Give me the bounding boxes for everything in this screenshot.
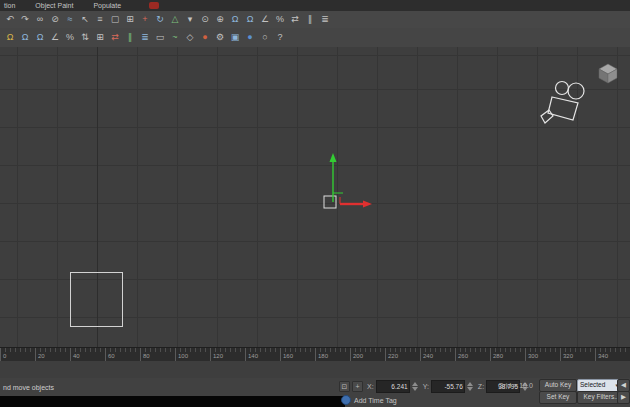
reference-coordinate-dropdown-icon[interactable]: ▾ xyxy=(183,13,197,27)
redo-icon[interactable]: ↷ xyxy=(18,13,32,27)
y-coordinate-input[interactable]: -55.76 xyxy=(431,380,465,393)
timeline-frame-label: 40 xyxy=(70,348,105,362)
x-coordinate-label: X: xyxy=(367,383,374,390)
3dsmax-window: tion Object Paint Populate ↶↷∞⊘≈↖≡▢⊞+↻△▾… xyxy=(0,0,630,407)
rendered-frame-window-icon[interactable]: ▣ xyxy=(228,31,242,45)
timeline-frame-label: 140 xyxy=(245,348,280,362)
timeline-frame-label: 260 xyxy=(455,348,490,362)
main-toolbar: ↶↷∞⊘≈↖≡▢⊞+↻△▾⊙⊕ΩΩ∠%⇄∥≣ xyxy=(0,11,630,29)
y-axis-arrow[interactable] xyxy=(330,153,344,202)
snap-magnet-25d-icon[interactable]: Ω xyxy=(18,31,32,45)
workspace-badge-icon[interactable] xyxy=(149,2,159,9)
render-production-icon[interactable]: ● xyxy=(243,31,257,45)
grid-size-label: Grid = 10.0 xyxy=(498,382,533,389)
status-bar: nd move objects ⊡ + X: 6.241 Y: -55.76 Z… xyxy=(0,378,630,407)
angle-snap-toggle-icon[interactable]: ∠ xyxy=(258,13,272,27)
timeline-frame-label: 280 xyxy=(490,348,525,362)
selection-lock-icon[interactable]: ⊡ xyxy=(339,381,350,392)
menu-item-animation[interactable]: tion xyxy=(2,2,17,9)
mirror-tool-icon[interactable]: ⇄ xyxy=(108,31,122,45)
maxscript-mini-listener[interactable] xyxy=(0,396,345,407)
snap-magnet-2d-icon[interactable]: Ω xyxy=(3,31,17,45)
rectangle-shape[interactable] xyxy=(70,272,123,327)
menu-bar: tion Object Paint Populate xyxy=(0,0,630,11)
time-slider-ruler[interactable]: 0204060801001201401601802002202402602803… xyxy=(0,347,630,362)
bind-to-space-warp-icon[interactable]: ≈ xyxy=(63,13,77,27)
align-tool-icon[interactable]: ∥ xyxy=(123,31,137,45)
select-and-rotate-icon[interactable]: ↻ xyxy=(153,13,167,27)
key-selection-value: Selected xyxy=(580,382,605,389)
material-editor-icon[interactable]: ● xyxy=(198,31,212,45)
snap-magnet-3d-icon[interactable]: Ω xyxy=(33,31,47,45)
x-coordinate-input[interactable]: 6.241 xyxy=(376,380,410,393)
timeline-frame-label: 180 xyxy=(315,348,350,362)
timeline-frame-label: 100 xyxy=(175,348,210,362)
camera-lens xyxy=(541,110,553,123)
percent-snap-icon[interactable]: % xyxy=(63,31,77,45)
spinner-snap-icon[interactable]: ⇅ xyxy=(78,31,92,45)
x-spinner[interactable] xyxy=(412,382,418,391)
select-and-link-icon[interactable]: ∞ xyxy=(33,13,47,27)
select-and-move-icon[interactable]: + xyxy=(138,13,152,27)
timeline-frame-label: 220 xyxy=(385,348,420,362)
set-key-button[interactable]: Set Key xyxy=(539,391,577,404)
undo-icon[interactable]: ↶ xyxy=(3,13,17,27)
ribbon-toggle-icon[interactable]: ▭ xyxy=(153,31,167,45)
gizmo-center-square[interactable] xyxy=(324,196,336,208)
y-spinner[interactable] xyxy=(467,382,473,391)
schematic-view-icon[interactable]: ◇ xyxy=(183,31,197,45)
menu-item-populate[interactable]: Populate xyxy=(91,2,123,9)
render-iterative-icon[interactable]: ○ xyxy=(258,31,272,45)
timeline-frame-label: 0 xyxy=(0,348,35,362)
transform-gizmo[interactable] xyxy=(310,152,390,212)
curve-editor-icon[interactable]: ~ xyxy=(168,31,182,45)
use-pivot-point-icon[interactable]: ⊙ xyxy=(198,13,212,27)
timeline-frame-label: 320 xyxy=(560,348,595,362)
z-coordinate-label: Z: xyxy=(478,383,484,390)
status-prompt: nd move objects xyxy=(0,378,339,396)
absolute-mode-icon[interactable]: + xyxy=(352,381,363,392)
snap-toggle-3d-icon[interactable]: Ω xyxy=(243,13,257,27)
angle-snap-icon[interactable]: ∠ xyxy=(48,31,62,45)
add-time-tag[interactable]: Add Time Tag xyxy=(341,395,397,405)
window-crossing-icon[interactable]: ⊞ xyxy=(123,13,137,27)
perspective-viewport[interactable] xyxy=(0,47,630,348)
mirror-icon[interactable]: ⇄ xyxy=(288,13,302,27)
menu-item-object-paint[interactable]: Object Paint xyxy=(33,2,75,9)
layer-explorer-icon[interactable]: ≣ xyxy=(138,31,152,45)
align-icon[interactable]: ∥ xyxy=(303,13,317,27)
timeline-frame-label: 120 xyxy=(210,348,245,362)
timeline-frame-label: 300 xyxy=(525,348,560,362)
timeline-frame-label: 240 xyxy=(420,348,455,362)
percent-snap-toggle-icon[interactable]: % xyxy=(273,13,287,27)
timeline-frame-label: 80 xyxy=(140,348,175,362)
layer-manager-icon[interactable]: ≣ xyxy=(318,13,332,27)
y-coordinate-label: Y: xyxy=(423,383,429,390)
render-setup-icon[interactable]: ⚙ xyxy=(213,31,227,45)
timeline-frame-label: 60 xyxy=(105,348,140,362)
camera-object[interactable] xyxy=(540,80,595,128)
timeline-frame-label: 20 xyxy=(35,348,70,362)
help-icon[interactable]: ? xyxy=(273,31,287,45)
camera-reel-icon xyxy=(568,83,584,99)
timeline-frame-label: 340 xyxy=(595,348,630,362)
named-selection-sets-icon[interactable]: ⊞ xyxy=(93,31,107,45)
select-by-name-icon[interactable]: ≡ xyxy=(93,13,107,27)
x-axis-arrow[interactable] xyxy=(340,197,372,208)
add-time-tag-label: Add Time Tag xyxy=(354,397,397,404)
track-bar[interactable] xyxy=(0,361,630,379)
camera-reel-icon xyxy=(556,82,569,95)
select-object-icon[interactable]: ↖ xyxy=(78,13,92,27)
select-and-scale-icon[interactable]: △ xyxy=(168,13,182,27)
timeline-frame-label: 160 xyxy=(280,348,315,362)
time-tag-icon xyxy=(341,395,351,405)
snap-toggle-2d-icon[interactable]: Ω xyxy=(228,13,242,27)
view-cube[interactable] xyxy=(597,62,619,84)
secondary-toolbar: ΩΩΩ∠%⇅⊞⇄∥≣▭~◇●⚙▣●○? xyxy=(0,28,630,48)
unlink-selection-icon[interactable]: ⊘ xyxy=(48,13,62,27)
rectangular-selection-region-icon[interactable]: ▢ xyxy=(108,13,122,27)
play-animation-button[interactable]: ▶ xyxy=(617,391,630,404)
select-and-manipulate-icon[interactable]: ⊕ xyxy=(213,13,227,27)
timeline-frame-label: 200 xyxy=(350,348,385,362)
